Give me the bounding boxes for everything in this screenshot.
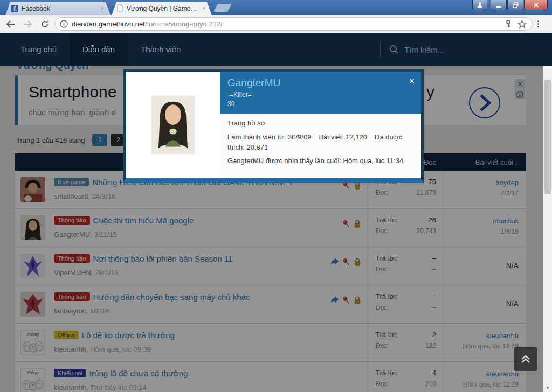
back-button[interactable] bbox=[3, 17, 17, 31]
member-usertitle: -=Killer=- bbox=[227, 91, 413, 99]
url-text: diendan.gamethuvn.net/forums/vuong-quyn.… bbox=[72, 20, 223, 28]
nav-divider bbox=[380, 40, 381, 59]
site-info-icon[interactable] bbox=[60, 20, 68, 28]
forum-page: Vương Quyền Smartphone y chúc mừng bạn; … bbox=[0, 66, 543, 392]
scroll-to-top-button[interactable] bbox=[514, 347, 537, 371]
nav-items: Trang chủDiễn đànThành viên bbox=[8, 33, 194, 66]
address-bar[interactable]: diendan.gamethuvn.net/forums/vuong-quyn.… bbox=[55, 17, 533, 31]
search-box[interactable]: Tìm kiếm... bbox=[380, 33, 444, 66]
bookmark-star-icon[interactable] bbox=[518, 20, 527, 29]
site-navbar: Trang chủDiễn đànThành viên Tìm kiếm... bbox=[0, 33, 552, 66]
browser-toolbar: diendan.gamethuvn.net/forums/vuong-quyn.… bbox=[0, 15, 552, 33]
tab-title: Vương Quyền | Game thủ bbox=[127, 5, 198, 12]
minimize-button[interactable] bbox=[491, 0, 507, 10]
nav-item[interactable]: Trang chủ bbox=[8, 33, 70, 66]
new-tab-button[interactable] bbox=[213, 4, 232, 12]
member-card-avatar-panel bbox=[126, 72, 220, 178]
page-icon bbox=[117, 4, 123, 13]
scrollbar-thumb[interactable] bbox=[544, 80, 551, 194]
profile-button[interactable] bbox=[472, 0, 487, 10]
close-window-button[interactable] bbox=[524, 0, 548, 10]
scrollbar-down-icon[interactable]: ▼ bbox=[543, 383, 552, 392]
browser-titlebar: f Facebook × Vương Quyền | Game thủ × bbox=[0, 0, 552, 15]
maximize-button[interactable] bbox=[507, 0, 523, 10]
member-stats: Làm thành viên từ: 30/9/09Bài viết: 12,1… bbox=[227, 132, 413, 152]
nav-item[interactable]: Thành viên bbox=[128, 33, 194, 66]
profile-page-link[interactable]: Trang hồ sơ bbox=[227, 119, 265, 127]
member-age: 30 bbox=[227, 100, 413, 108]
member-card-popup: GangterMU -=Killer=- 30 × Trang hồ sơ Là… bbox=[123, 69, 424, 183]
tab-vuong-quyen[interactable]: Vương Quyền | Game thủ × bbox=[112, 2, 212, 15]
member-avatar[interactable] bbox=[151, 96, 195, 154]
reload-button[interactable] bbox=[38, 17, 52, 31]
search-placeholder: Tìm kiếm... bbox=[404, 45, 444, 54]
password-key-icon[interactable] bbox=[505, 20, 512, 28]
page-scrollbar[interactable]: ▲ ▼ bbox=[543, 33, 552, 392]
forward-button[interactable] bbox=[20, 17, 34, 31]
nav-item[interactable]: Diễn đàn bbox=[70, 33, 128, 66]
tab-close-icon[interactable]: × bbox=[200, 5, 208, 12]
member-card-body: Trang hồ sơ Làm thành viên từ: 30/9/09Bà… bbox=[220, 114, 421, 178]
member-last-seen: GangterMU được nhìn thấy lần cuối: Hôm q… bbox=[227, 157, 413, 165]
browser-menu-icon[interactable] bbox=[537, 20, 539, 27]
tab-close-icon[interactable]: × bbox=[99, 5, 106, 12]
member-username[interactable]: GangterMU bbox=[227, 77, 413, 89]
browser-window: f Facebook × Vương Quyền | Game thủ × bbox=[0, 0, 552, 392]
tab-facebook[interactable]: f Facebook × bbox=[5, 2, 111, 15]
member-card-header: GangterMU -=Killer=- 30 × bbox=[220, 72, 421, 114]
facebook-icon: f bbox=[11, 5, 18, 12]
search-icon bbox=[389, 45, 399, 54]
card-close-icon[interactable]: × bbox=[409, 76, 415, 87]
tab-title: Facebook bbox=[22, 5, 96, 12]
